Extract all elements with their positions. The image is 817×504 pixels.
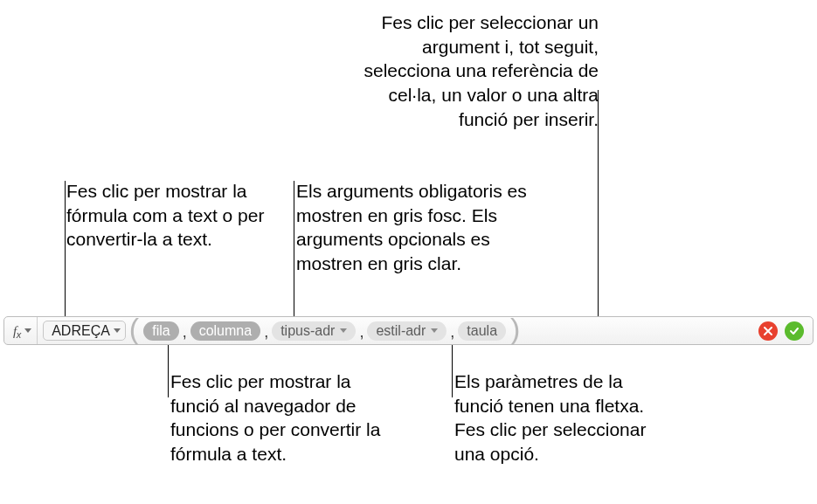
callout-parameter-dropdown: Els paràmetres de la funció tenen una fl… <box>454 369 671 466</box>
callout-function-dropdown: Fes clic per mostrar la funció al navega… <box>170 369 399 466</box>
formula-bar: fx ADREÇA ( fila , columna , tipus-adr ,… <box>3 316 814 345</box>
argument-fila[interactable]: fila <box>143 321 178 341</box>
line-bottom-left <box>168 342 169 397</box>
argument-label: fila <box>152 323 170 339</box>
function-name: ADREÇA <box>52 323 110 339</box>
fx-button[interactable]: fx <box>4 317 38 344</box>
callout-argument-select: Fes clic per seleccionar un argument i, … <box>354 10 599 132</box>
chevron-down-icon <box>340 328 347 333</box>
open-paren: ( <box>129 312 139 346</box>
argument-label: estil-adr <box>376 323 426 339</box>
formula-content[interactable]: ADREÇA ( fila , columna , tipus-adr , es… <box>38 317 758 344</box>
chevron-down-icon <box>114 328 121 333</box>
line-bottom-right <box>452 342 453 397</box>
argument-columna[interactable]: columna <box>190 321 260 341</box>
argument-label: columna <box>199 323 252 339</box>
line-top-right <box>598 90 599 317</box>
close-paren: ) <box>510 312 520 346</box>
line-top-mid <box>294 181 294 318</box>
confirm-button[interactable] <box>785 321 804 341</box>
function-token[interactable]: ADREÇA <box>43 321 126 341</box>
line-top-left <box>65 181 66 328</box>
argument-tipus-adr[interactable]: tipus-adr <box>272 321 356 341</box>
argument-estil-adr[interactable]: estil-adr <box>367 321 447 341</box>
check-icon <box>789 326 800 336</box>
chevron-down-icon <box>431 328 438 333</box>
close-icon <box>763 326 773 336</box>
chevron-down-icon <box>24 328 31 333</box>
separator-comma: , <box>264 323 268 342</box>
cancel-button[interactable] <box>758 321 778 341</box>
callout-argument-colors: Els arguments obligatoris es mostren en … <box>296 179 554 276</box>
formula-actions <box>758 321 813 341</box>
separator-comma: , <box>183 323 187 342</box>
argument-label: taula <box>467 323 497 339</box>
separator-comma: , <box>450 323 454 342</box>
argument-taula[interactable]: taula <box>458 321 506 341</box>
callout-fx-button: Fes clic per mostrar la fórmula com a te… <box>66 179 281 252</box>
separator-comma: , <box>359 323 363 342</box>
argument-label: tipus-adr <box>280 323 335 339</box>
fx-label: fx <box>13 323 21 339</box>
